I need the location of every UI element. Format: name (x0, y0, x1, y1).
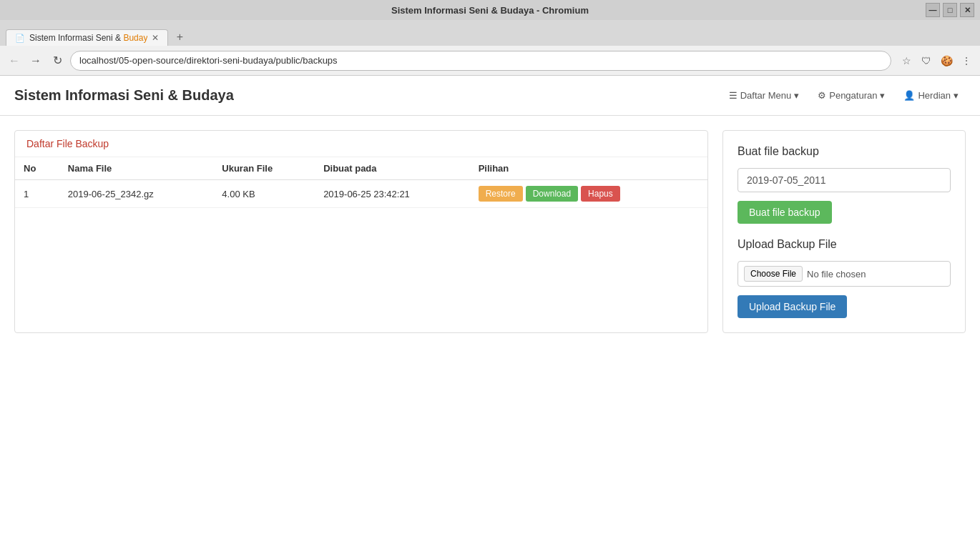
menu-icon: ☰ (729, 90, 738, 101)
navbar-right: ☰ Daftar Menu ▾ ⚙ Pengaturan ▾ 👤 Herdian… (722, 86, 966, 105)
row-actions: Restore Download Hapus (470, 180, 707, 208)
row-dibuat-pada: 2019-06-25 23:42:21 (315, 180, 470, 208)
create-backup-title: Buat file backup (738, 145, 951, 158)
bookmark-icon[interactable]: ☆ (898, 53, 914, 69)
row-nama-file: 2019-06-25_2342.gz (59, 180, 213, 208)
table-row: 1 2019-06-25_2342.gz 4.00 KB 2019-06-25 … (15, 180, 707, 208)
create-backup-button[interactable]: Buat file backup (738, 201, 832, 224)
window-title: Sistem Informasi Seni & Budaya - Chromiu… (391, 5, 589, 16)
user-chevron: ▾ (954, 90, 959, 101)
back-button[interactable]: ← (6, 52, 23, 69)
backup-list-panel: Daftar File Backup No Nama File Ukuran F… (14, 130, 708, 333)
panel-title: Daftar File Backup (26, 138, 109, 149)
page-content: Sistem Informasi Seni & Budaya ☰ Daftar … (0, 76, 980, 554)
user-menu-button[interactable]: 👤 Herdian ▾ (896, 86, 966, 105)
col-pilihan: Pilihan (470, 157, 707, 180)
site-brand: Sistem Informasi Seni & Budaya (14, 87, 234, 104)
forward-button[interactable]: → (27, 52, 44, 69)
upload-section-title: Upload Backup File (738, 238, 951, 251)
col-ukuran-file: Ukuran File (213, 157, 315, 180)
hapus-button[interactable]: Hapus (581, 186, 620, 202)
pengaturan-label: Pengaturan (829, 90, 877, 101)
shield-icon[interactable]: 🛡 (918, 53, 934, 69)
url-bar[interactable]: localhost/05-open-source/direktori-seni-… (70, 51, 891, 71)
address-icons: ☆ 🛡 🍪 ⋮ (898, 53, 974, 69)
pengaturan-chevron: ▾ (880, 90, 885, 101)
navbar: Sistem Informasi Seni & Budaya ☰ Daftar … (0, 76, 980, 116)
col-dibuat-pada: Dibuat pada (315, 157, 470, 180)
close-button[interactable]: ✕ (960, 3, 974, 17)
download-button[interactable]: Download (526, 186, 578, 202)
choose-file-button[interactable]: Choose File (744, 266, 803, 282)
daftar-menu-chevron: ▾ (794, 90, 799, 101)
pengaturan-button[interactable]: ⚙ Pengaturan ▾ (810, 86, 892, 105)
user-label: Herdian (918, 90, 951, 101)
url-text: localhost/05-open-source/direktori-seni-… (79, 55, 338, 66)
new-tab-button[interactable]: + (171, 29, 188, 46)
tab-bar: 📄 Sistem Informasi Seni & Buday ✕ + (0, 20, 980, 46)
browser-window: Sistem Informasi Seni & Budaya - Chromiu… (0, 0, 980, 554)
daftar-menu-button[interactable]: ☰ Daftar Menu ▾ (722, 86, 807, 105)
daftar-menu-label: Daftar Menu (740, 90, 792, 101)
col-no: No (15, 157, 59, 180)
maximize-button[interactable]: □ (943, 3, 957, 17)
table-header-row: No Nama File Ukuran File Dibuat pada Pil… (15, 157, 707, 180)
create-backup-section: Buat file backup Buat file backup (738, 145, 951, 224)
row-ukuran-file: 4.00 KB (213, 180, 315, 208)
col-nama-file: Nama File (59, 157, 213, 180)
title-bar: Sistem Informasi Seni & Budaya - Chromiu… (0, 0, 980, 20)
row-no: 1 (15, 180, 59, 208)
backup-table: No Nama File Ukuran File Dibuat pada Pil… (15, 157, 707, 208)
user-icon: 👤 (903, 90, 915, 101)
tab-title: Sistem Informasi Seni & Buday (29, 33, 147, 43)
right-panel: Buat file backup Buat file backup Upload… (722, 130, 966, 333)
action-buttons: Restore Download Hapus (479, 186, 699, 202)
restore-button[interactable]: Restore (479, 186, 523, 202)
main-container: Daftar File Backup No Nama File Ukuran F… (0, 116, 980, 347)
window-controls: — □ ✕ (926, 3, 974, 17)
cookie-icon[interactable]: 🍪 (939, 53, 954, 69)
browser-tab[interactable]: 📄 Sistem Informasi Seni & Buday ✕ (6, 29, 168, 46)
gear-icon: ⚙ (818, 90, 826, 101)
no-file-label: No file chosen (807, 269, 866, 280)
panel-header: Daftar File Backup (15, 131, 707, 157)
tab-close-icon[interactable]: ✕ (152, 33, 159, 43)
menu-icon[interactable]: ⋮ (959, 53, 974, 69)
upload-backup-section: Upload Backup File Choose File No file c… (738, 238, 951, 318)
address-bar: ← → ↻ localhost/05-open-source/direktori… (0, 46, 980, 76)
file-input-wrapper: Choose File No file chosen (738, 261, 951, 287)
upload-backup-button[interactable]: Upload Backup File (738, 295, 847, 318)
tab-favicon-icon: 📄 (15, 34, 25, 43)
minimize-button[interactable]: — (926, 3, 940, 17)
reload-button[interactable]: ↻ (49, 52, 66, 69)
backup-name-input[interactable] (738, 168, 951, 192)
